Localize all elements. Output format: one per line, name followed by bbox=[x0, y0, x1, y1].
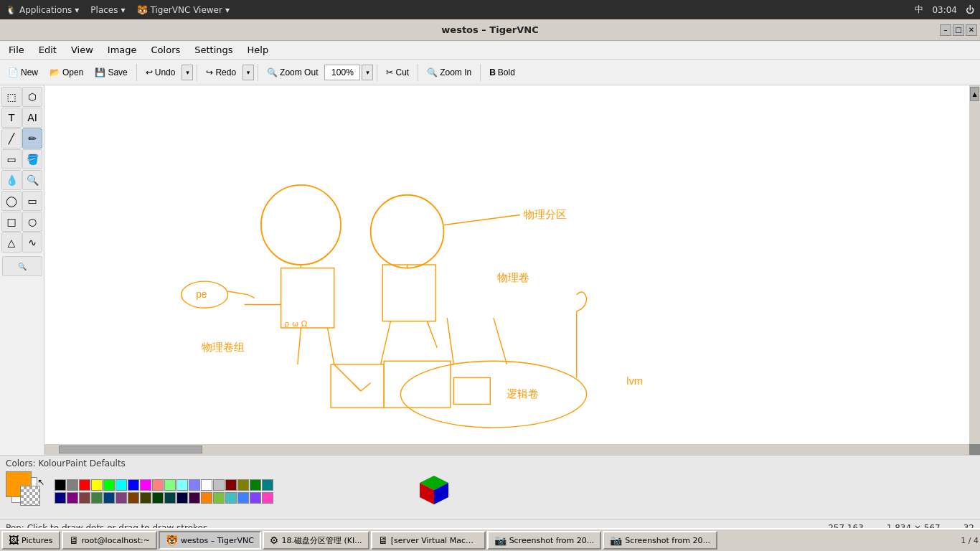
color-swatch-item[interactable] bbox=[237, 479, 249, 491]
color-picker-tool[interactable]: 💧 bbox=[1, 170, 22, 190]
color-swatch-item[interactable] bbox=[250, 492, 261, 504]
color-swatch-item[interactable] bbox=[189, 479, 200, 491]
power-icon[interactable]: ⏻ bbox=[966, 5, 974, 15]
color-swatch-item[interactable] bbox=[152, 492, 164, 504]
zoom-in-button[interactable]: 🔍 Zoom In bbox=[422, 65, 476, 80]
zoom-view-tool[interactable]: 🔍 bbox=[2, 256, 42, 276]
ai-tool[interactable]: AI bbox=[22, 108, 42, 128]
color-swatch-item[interactable] bbox=[201, 479, 212, 491]
ellipse-tool[interactable]: ○ bbox=[22, 212, 42, 232]
new-icon: 📄 bbox=[8, 67, 19, 77]
menu-help[interactable]: Help bbox=[242, 43, 275, 57]
select-rect-tool[interactable]: ⬚ bbox=[1, 87, 22, 107]
select-freehand-tool[interactable]: ⬡ bbox=[22, 87, 42, 107]
color-swatch-item[interactable] bbox=[55, 479, 66, 491]
color-swatch-item[interactable] bbox=[225, 479, 237, 491]
taskbar-button[interactable]: 🐯westos – TigerVNC bbox=[159, 531, 261, 550]
places-menu[interactable]: Places ▾ bbox=[90, 5, 125, 15]
taskbar-button[interactable]: ⚙18.磁盘分区管理 (KI... bbox=[263, 531, 369, 550]
scrollbar-horizontal[interactable] bbox=[44, 444, 969, 455]
zoom-dropdown[interactable]: ▾ bbox=[362, 65, 373, 80]
text-tool[interactable]: T bbox=[1, 108, 22, 128]
color-swatch-item[interactable] bbox=[67, 479, 78, 491]
new-button[interactable]: 📄 New bbox=[3, 65, 43, 80]
color-swatch-item[interactable] bbox=[250, 479, 261, 491]
color-swatch-item[interactable] bbox=[189, 492, 200, 504]
color-swatch-item[interactable] bbox=[176, 479, 188, 491]
color-swatch-item[interactable] bbox=[262, 479, 273, 491]
drawing-canvas[interactable]: 物理分区 物理卷 pe 物理卷组 lvm 逻辑卷 bbox=[44, 85, 969, 444]
scroll-thumb-h[interactable] bbox=[59, 446, 202, 453]
canvas[interactable]: 物理分区 物理卷 pe 物理卷组 lvm 逻辑卷 bbox=[44, 85, 969, 444]
color-swatch-item[interactable] bbox=[140, 492, 151, 504]
vnc-menu[interactable]: 🐯 TigerVNC Viewer ▾ bbox=[137, 5, 230, 15]
menu-file[interactable]: File bbox=[3, 43, 30, 57]
color-swatch-item[interactable] bbox=[140, 479, 151, 491]
taskbar-button[interactable]: 🖥[server Virtual Machi... bbox=[371, 531, 486, 550]
color-swatch-item[interactable] bbox=[55, 492, 66, 504]
undo-button[interactable]: ↩ Undo bbox=[141, 65, 181, 80]
transparent-swatch[interactable] bbox=[20, 486, 40, 506]
maximize-button[interactable]: □ bbox=[953, 24, 964, 36]
color-swatch-item[interactable] bbox=[116, 492, 127, 504]
rect-tool[interactable]: □ bbox=[1, 212, 22, 232]
applications-menu[interactable]: 🐧 Applications ▾ bbox=[6, 5, 79, 15]
taskbar-button[interactable]: 🖥root@localhost:~ bbox=[62, 531, 157, 550]
menu-edit[interactable]: Edit bbox=[33, 43, 62, 57]
shape-tool[interactable]: ▭ bbox=[22, 191, 42, 211]
color-swatch-item[interactable] bbox=[103, 479, 115, 491]
taskbar-button[interactable]: 🖼Pictures bbox=[1, 531, 60, 550]
polygon-tool[interactable]: △ bbox=[1, 232, 22, 253]
color-swatch-item[interactable] bbox=[91, 492, 103, 504]
color-swatch-item[interactable] bbox=[213, 492, 225, 504]
color-swatch-item[interactable] bbox=[213, 479, 225, 491]
select-ellipse-tool[interactable]: ◯ bbox=[1, 191, 22, 211]
menu-view[interactable]: View bbox=[65, 43, 99, 57]
color-swatch-item[interactable] bbox=[201, 492, 212, 504]
minimize-button[interactable]: – bbox=[940, 24, 951, 36]
line-tool[interactable]: ╱ bbox=[1, 128, 22, 149]
color-swatch-item[interactable] bbox=[128, 492, 139, 504]
color-swatch-item[interactable] bbox=[128, 479, 139, 491]
redo-button[interactable]: ↪ Redo bbox=[201, 65, 241, 80]
color-swatch-item[interactable] bbox=[103, 492, 115, 504]
places-label: Places bbox=[90, 5, 118, 15]
color-swatch-item[interactable] bbox=[225, 492, 237, 504]
redo-dropdown[interactable]: ▾ bbox=[242, 65, 254, 80]
save-button[interactable]: 💾 Save bbox=[90, 65, 132, 80]
curve-tool[interactable]: ∿ bbox=[22, 232, 42, 253]
color-swatch-item[interactable] bbox=[79, 492, 90, 504]
tool-row-1: ⬚ ⬡ bbox=[1, 87, 42, 107]
scrollbar-vertical[interactable]: ▲ bbox=[969, 85, 980, 444]
fill-tool[interactable]: 🪣 bbox=[22, 149, 42, 169]
eraser-tool[interactable]: ▭ bbox=[1, 149, 22, 169]
color-swatch-item[interactable] bbox=[164, 479, 176, 491]
color-swatch-item[interactable] bbox=[116, 479, 127, 491]
color-swatch-item[interactable] bbox=[79, 479, 90, 491]
pen-tool[interactable]: ✏ bbox=[22, 128, 42, 149]
canvas-area[interactable]: 物理分区 物理卷 pe 物理卷组 lvm 逻辑卷 bbox=[44, 85, 980, 455]
color-swatch-item[interactable] bbox=[67, 492, 78, 504]
menu-image[interactable]: Image bbox=[102, 43, 143, 57]
canvas-scroll: 物理分区 物理卷 pe 物理卷组 lvm 逻辑卷 bbox=[44, 85, 980, 455]
color-swatch-item[interactable] bbox=[164, 492, 176, 504]
color-swatch-item[interactable] bbox=[176, 492, 188, 504]
undo-dropdown[interactable]: ▾ bbox=[182, 65, 193, 80]
menu-settings[interactable]: Settings bbox=[189, 43, 238, 57]
bold-button[interactable]: B Bold bbox=[484, 65, 520, 80]
taskbar-button[interactable]: 📷Screenshot from 20... bbox=[603, 531, 717, 550]
open-button[interactable]: 📂 Open bbox=[44, 65, 88, 80]
color-swatch-item[interactable] bbox=[91, 479, 103, 491]
color-swatch-item[interactable] bbox=[237, 492, 249, 504]
color-swatch-item[interactable] bbox=[262, 492, 273, 504]
taskbar-button[interactable]: 📷Screenshot from 20... bbox=[487, 531, 602, 550]
close-button[interactable]: ✕ bbox=[966, 24, 977, 36]
menu-colors[interactable]: Colors bbox=[146, 43, 187, 57]
zoom-input[interactable] bbox=[324, 65, 360, 80]
cut-button[interactable]: ✂ Cut bbox=[381, 65, 414, 80]
3d-color-block[interactable] bbox=[416, 472, 452, 510]
color-swatch-item[interactable] bbox=[152, 479, 164, 491]
magnify-tool[interactable]: 🔍 bbox=[22, 170, 42, 190]
zoom-out-button[interactable]: 🔍 Zoom Out bbox=[262, 65, 323, 80]
language-indicator[interactable]: 中 bbox=[915, 4, 923, 16]
